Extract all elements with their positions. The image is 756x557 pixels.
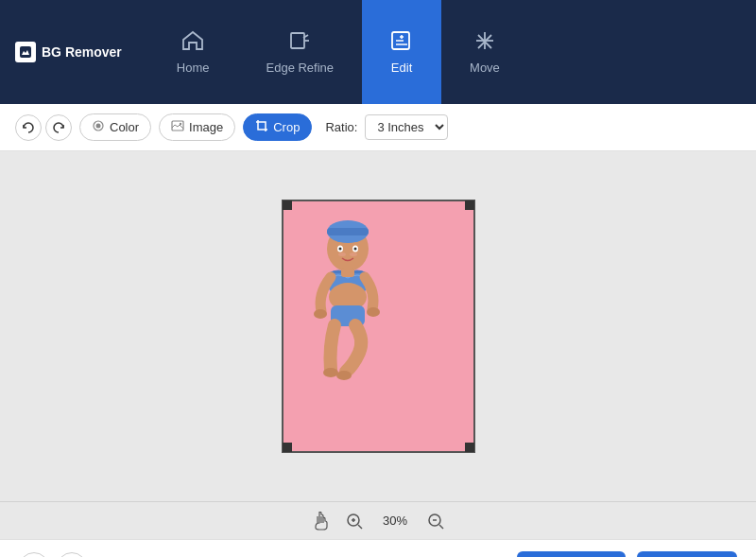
color-label: Color	[110, 120, 139, 134]
nav-tabs: Home Edge Refine	[148, 0, 528, 104]
tab-move-label: Move	[470, 61, 500, 75]
crop-button[interactable]: Crop	[243, 113, 312, 141]
zoom-in-button[interactable]	[346, 513, 363, 530]
color-icon	[92, 119, 105, 135]
logo-area: BG Remover	[15, 42, 122, 62]
svg-point-4	[96, 124, 101, 129]
color-button[interactable]: Color	[79, 113, 151, 141]
logo-icon	[15, 42, 36, 62]
tab-edge-refine-label: Edge Refine	[266, 61, 335, 75]
redo-button[interactable]	[45, 114, 72, 141]
home-icon	[181, 30, 204, 55]
pan-tool-button[interactable]	[312, 512, 331, 531]
new-image-button[interactable]: New Image	[517, 551, 626, 557]
zoom-bar: 30%	[0, 501, 756, 539]
svg-rect-0	[20, 46, 31, 58]
tab-home-label: Home	[177, 61, 210, 75]
edge-refine-icon	[288, 30, 311, 55]
undo-redo-group	[15, 114, 72, 141]
nav-arrows	[19, 552, 87, 557]
footer-actions: New Image Download	[517, 551, 737, 557]
image-container	[282, 200, 475, 453]
svg-point-21	[314, 309, 327, 319]
next-button[interactable]	[57, 552, 87, 557]
image-icon	[171, 119, 184, 135]
image-background	[282, 200, 475, 453]
svg-point-12	[338, 248, 341, 251]
app-title: BG Remover	[42, 44, 122, 60]
prev-button[interactable]	[19, 552, 49, 557]
svg-rect-9	[327, 228, 369, 235]
svg-point-6	[180, 123, 181, 125]
svg-rect-1	[291, 33, 304, 48]
tab-move[interactable]: Move	[441, 0, 528, 104]
tab-edit-label: Edit	[391, 61, 412, 75]
svg-point-14	[338, 252, 346, 256]
svg-rect-23	[341, 268, 354, 277]
edit-icon	[390, 30, 413, 55]
crop-icon	[255, 119, 268, 135]
image-label: Image	[189, 120, 223, 134]
svg-point-20	[336, 371, 352, 380]
tab-edge-refine[interactable]: Edge Refine	[238, 0, 363, 104]
svg-point-22	[367, 307, 380, 317]
toolbar: Color Image Crop Ratio: 3 Inches 1:1 3:4…	[0, 104, 756, 151]
svg-point-15	[350, 252, 357, 256]
crop-label: Crop	[273, 120, 300, 134]
child-image	[282, 200, 414, 408]
svg-point-13	[353, 248, 356, 251]
tab-home[interactable]: Home	[148, 0, 238, 104]
footer: New Image Download	[0, 539, 756, 557]
header: BG Remover Home Edge Refine	[0, 0, 756, 104]
tab-edit[interactable]: Edit	[362, 0, 441, 104]
ratio-select[interactable]: 3 Inches 1:1 3:4 4:3 Free	[365, 114, 448, 140]
canvas-area	[0, 151, 756, 501]
undo-button[interactable]	[15, 114, 42, 141]
move-icon	[473, 30, 496, 55]
image-button[interactable]: Image	[159, 113, 235, 141]
download-button[interactable]: Download	[637, 551, 737, 557]
zoom-level: 30%	[378, 513, 412, 528]
ratio-label: Ratio:	[325, 120, 357, 134]
svg-point-19	[323, 368, 338, 377]
zoom-out-button[interactable]	[427, 513, 444, 530]
